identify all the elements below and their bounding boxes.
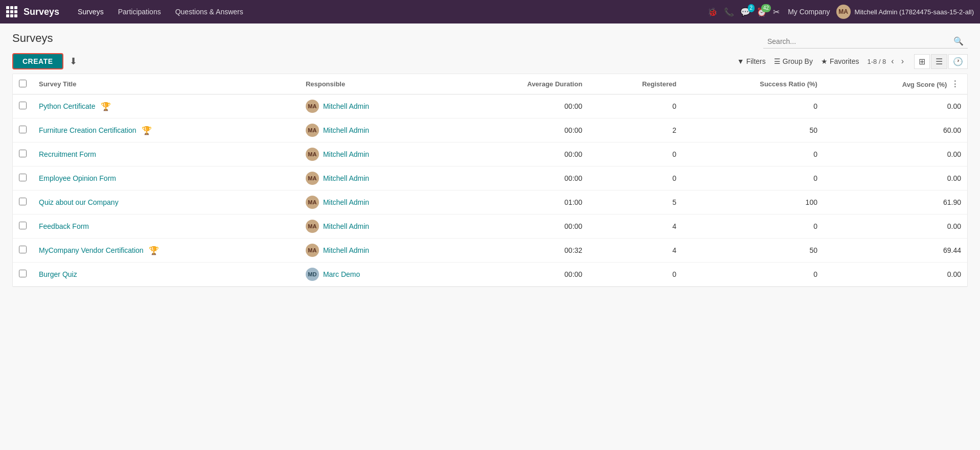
responsible-avatar: MA [306,148,319,161]
filters-button[interactable]: ▼ Filters [737,57,766,65]
row-checkbox[interactable] [19,150,27,157]
row-checkbox[interactable] [19,270,27,277]
list-view-button[interactable]: ☰ [931,54,947,69]
trophy-icon: 🏆 [101,102,111,111]
responsible-name[interactable]: Marc Demo [323,270,360,278]
create-button[interactable]: CREATE [12,53,63,69]
pagination: 1-8 / 8 ‹ › [867,56,906,67]
col-header-success-ratio[interactable]: Success Ratio (%) [682,74,824,94]
prev-page-button[interactable]: ‹ [889,56,896,67]
group-by-button[interactable]: ☰ Group By [774,57,813,65]
navbar: Surveys Surveys Participations Questions… [0,0,980,23]
col-header-avg-score[interactable]: Avg Score (%) ⋮ [824,74,967,94]
col-options-icon[interactable]: ⋮ [949,80,961,88]
avg-score-cell: 0.00 [824,167,967,191]
col-header-title[interactable]: Survey Title [33,74,300,94]
row-checkbox-cell [13,239,33,263]
settings-icon[interactable]: ✂ [773,7,780,17]
survey-title-cell[interactable]: MyCompany Vendor Certification🏆 [33,239,300,263]
search-bar: 🔍 [763,34,968,49]
survey-title-cell[interactable]: Feedback Form [33,215,300,239]
responsible-name[interactable]: Mitchell Admin [323,198,369,206]
success-ratio-cell: 0 [682,263,824,287]
responsible-avatar: MA [306,244,319,257]
phone-icon[interactable]: 📞 [724,7,734,17]
registered-cell: 0 [588,94,682,119]
company-name[interactable]: My Company [788,8,830,16]
table-row: Furniture Creation Certification🏆MAMitch… [13,119,967,143]
responsible-avatar: MA [306,124,319,137]
avg-score-cell: 69.44 [824,239,967,263]
responsible-avatar: MA [306,196,319,209]
row-checkbox[interactable] [19,246,27,253]
avg-duration-cell: 01:00 [452,191,588,215]
select-all-header[interactable] [13,74,33,94]
survey-title-cell[interactable]: Quiz about our Company [33,191,300,215]
navbar-menu: Surveys Participations Questions & Answe… [72,5,703,19]
registered-cell: 4 [588,215,682,239]
survey-title-cell[interactable]: Furniture Creation Certification🏆 [33,119,300,143]
filter-icon: ▼ [737,57,744,65]
favorites-button[interactable]: ★ Favorites [821,57,859,65]
row-checkbox[interactable] [19,126,27,133]
responsible-cell: MAMitchell Admin [300,94,452,119]
responsible-name[interactable]: Mitchell Admin [323,222,369,230]
nav-surveys[interactable]: Surveys [72,5,110,19]
row-checkbox-cell [13,143,33,167]
survey-title-cell[interactable]: Python Certificate🏆 [33,94,300,119]
app-brand[interactable]: Surveys [24,7,59,17]
responsible-name[interactable]: Mitchell Admin [323,126,369,134]
search-input[interactable] [767,37,953,45]
bug-icon[interactable]: 🐞 [708,7,718,17]
next-page-button[interactable]: › [899,56,906,67]
avg-duration-cell: 00:00 [452,94,588,119]
success-ratio-cell: 0 [682,167,824,191]
download-button[interactable]: ⬇ [67,54,79,69]
survey-title-cell[interactable]: Recruitment Form [33,143,300,167]
registered-cell: 2 [588,119,682,143]
nav-questions-answers[interactable]: Questions & Answers [169,5,249,19]
star-icon: ★ [821,57,828,65]
responsible-name[interactable]: Mitchell Admin [323,102,369,110]
avg-score-cell: 61.90 [824,191,967,215]
registered-cell: 0 [588,263,682,287]
toolbar-right: ▼ Filters ☰ Group By ★ Favorites 1-8 / 8… [737,54,968,69]
kanban-view-button[interactable]: ⊞ [914,54,930,69]
col-header-responsible[interactable]: Responsible [300,74,452,94]
row-checkbox[interactable] [19,198,27,205]
row-checkbox-cell [13,167,33,191]
avg-score-cell: 0.00 [824,263,967,287]
row-checkbox[interactable] [19,222,27,229]
responsible-cell: MAMitchell Admin [300,119,452,143]
clock-view-button[interactable]: 🕐 [948,54,968,69]
col-header-registered[interactable]: Registered [588,74,682,94]
responsible-name[interactable]: Mitchell Admin [323,150,369,158]
user-menu[interactable]: MA Mitchell Admin (17824475-saas-15-2-al… [836,5,974,19]
table-row: Quiz about our CompanyMAMitchell Admin01… [13,191,967,215]
responsible-name[interactable]: Mitchell Admin [323,246,369,254]
avg-duration-cell: 00:32 [452,239,588,263]
success-ratio-cell: 0 [682,215,824,239]
search-icon[interactable]: 🔍 [953,36,964,46]
chat-icon[interactable]: 💬 2 [740,7,750,17]
survey-title-cell[interactable]: Burger Quiz [33,263,300,287]
col-header-avg-duration[interactable]: Average Duration [452,74,588,94]
user-avatar: MA [836,5,851,19]
table-row: Employee Opinion FormMAMitchell Admin00:… [13,167,967,191]
activity-icon[interactable]: ⏰ 42 [757,7,767,17]
success-ratio-cell: 0 [682,94,824,119]
nav-participations[interactable]: Participations [112,5,167,19]
survey-title-cell[interactable]: Employee Opinion Form [33,167,300,191]
avg-duration-cell: 00:00 [452,143,588,167]
table-row: Python Certificate🏆MAMitchell Admin00:00… [13,94,967,119]
select-all-checkbox[interactable] [19,80,27,87]
responsible-avatar: MA [306,172,319,185]
success-ratio-cell: 50 [682,119,824,143]
app-menu-icon[interactable] [6,6,17,17]
row-checkbox[interactable] [19,174,27,181]
main-content: Surveys 🔍 CREATE ⬇ ▼ Filters ☰ Group By [0,23,980,295]
responsible-name[interactable]: Mitchell Admin [323,174,369,182]
responsible-cell: MDMarc Demo [300,263,452,287]
responsible-cell: MAMitchell Admin [300,167,452,191]
row-checkbox[interactable] [19,102,27,109]
